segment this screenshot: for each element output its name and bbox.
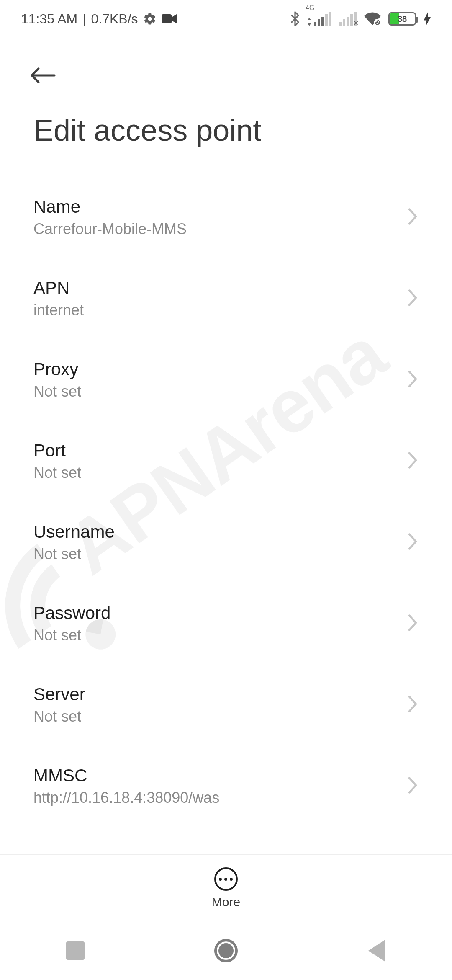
setting-label: Password	[33, 603, 110, 623]
signal-none-icon: ×	[339, 12, 357, 26]
system-nav-bar	[0, 921, 452, 980]
camera-icon	[162, 13, 177, 24]
setting-label: Proxy	[33, 359, 81, 379]
chevron-right-icon	[407, 370, 419, 390]
setting-label: MMSC	[33, 766, 219, 786]
setting-row-name[interactable]: Name Carrefour-Mobile-MMS	[33, 177, 419, 258]
setting-row-mmsc[interactable]: MMSC http://10.16.18.4:38090/was	[33, 745, 419, 826]
chevron-right-icon	[407, 695, 419, 715]
chevron-right-icon	[407, 532, 419, 552]
charging-bolt-icon	[424, 12, 431, 26]
chevron-right-icon	[407, 207, 419, 227]
setting-value: Not set	[33, 383, 81, 400]
battery-percent: 38	[390, 14, 415, 24]
setting-value: internet	[33, 302, 84, 319]
chevron-right-icon	[407, 289, 419, 309]
settings-list: Name Carrefour-Mobile-MMS APN internet P…	[0, 160, 452, 826]
square-icon	[66, 941, 85, 960]
signal-4g-icon: 4G	[307, 12, 331, 26]
svg-rect-0	[162, 14, 172, 23]
status-netspeed: 0.7KB/s	[91, 11, 138, 27]
setting-row-server[interactable]: Server Not set	[33, 664, 419, 745]
bluetooth-icon	[290, 11, 300, 26]
setting-row-port[interactable]: Port Not set	[33, 420, 419, 502]
action-bar: More	[0, 854, 452, 921]
status-sep: |	[82, 11, 86, 27]
battery-icon: 38	[388, 12, 416, 26]
more-button[interactable]: More	[212, 867, 240, 909]
setting-label: Name	[33, 197, 187, 217]
status-time: 11:35 AM	[21, 11, 77, 27]
setting-value: Carrefour-Mobile-MMS	[33, 220, 187, 238]
more-label: More	[212, 895, 240, 909]
setting-row-proxy[interactable]: Proxy Not set	[33, 339, 419, 420]
status-bar: 11:35 AM | 0.7KB/s 4G ×	[0, 0, 452, 38]
gear-icon	[143, 12, 157, 26]
circle-icon	[214, 939, 238, 962]
signal-4g-label: 4G	[306, 4, 314, 12]
chevron-right-icon	[407, 614, 419, 634]
setting-label: Username	[33, 522, 115, 542]
setting-row-password[interactable]: Password Not set	[33, 583, 419, 664]
nav-back-button[interactable]	[352, 934, 402, 967]
chevron-right-icon	[407, 776, 419, 796]
more-icon	[214, 867, 238, 891]
chevron-right-icon	[407, 451, 419, 471]
setting-row-username[interactable]: Username Not set	[33, 502, 419, 583]
setting-value: Not set	[33, 627, 110, 644]
setting-label: APN	[33, 278, 84, 298]
setting-row-apn[interactable]: APN internet	[33, 258, 419, 339]
back-button[interactable]	[26, 59, 59, 92]
list-fade	[0, 829, 452, 854]
page-title: Edit access point	[33, 113, 419, 147]
nav-home-button[interactable]	[201, 934, 251, 967]
setting-label: Port	[33, 441, 81, 461]
header: Edit access point	[0, 38, 452, 160]
svg-point-2	[376, 21, 378, 23]
nav-recents-button[interactable]	[50, 934, 100, 967]
setting-value: Not set	[33, 708, 85, 725]
setting-label: Server	[33, 684, 85, 704]
setting-value: Not set	[33, 545, 115, 563]
wifi-icon	[364, 12, 381, 26]
setting-value: http://10.16.18.4:38090/was	[33, 789, 219, 807]
setting-value: Not set	[33, 464, 81, 482]
triangle-back-icon	[368, 940, 385, 962]
